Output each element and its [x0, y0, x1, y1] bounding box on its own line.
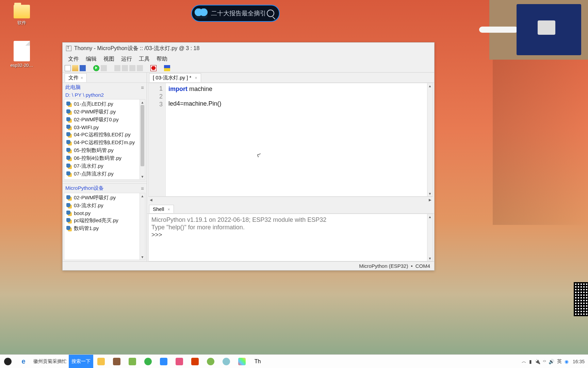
taskbar-office-icon[interactable] — [187, 355, 203, 368]
menu-help[interactable]: 帮助 — [153, 55, 171, 63]
toolbar-stop-icon[interactable] — [150, 65, 157, 71]
device-panel-title[interactable]: MicroPython设备 — [65, 185, 104, 191]
scroll-down-icon[interactable]: ▼ — [140, 254, 145, 260]
tray-battery-icon[interactable]: ▮ — [529, 359, 532, 364]
file-item[interactable]: boot.py — [64, 210, 145, 217]
toolbar-step-out-icon[interactable] — [129, 65, 135, 71]
scrollbar-vertical[interactable]: ▲ ▼ — [140, 193, 145, 260]
tray-volume-icon[interactable]: 🔊 — [549, 359, 554, 364]
taskbar-start-icon[interactable] — [0, 355, 16, 368]
taskbar-search-button[interactable]: 搜索一下 — [69, 355, 93, 368]
toolbar-debug-icon[interactable] — [101, 65, 107, 71]
taskbar-thonny-icon[interactable]: Th — [250, 355, 265, 368]
scrollbar-vertical[interactable]: ▲ ▼ — [427, 83, 432, 196]
editor-tab[interactable]: [ 03-流水灯.py ] * × — [149, 73, 201, 82]
tray-app-icon[interactable]: ◉ — [565, 359, 569, 364]
scrollbar-vertical[interactable]: ▲ ▼ — [140, 99, 145, 179]
taskbar-app-icon[interactable] — [109, 355, 125, 368]
menu-file[interactable]: 文件 — [65, 55, 82, 63]
file-item[interactable]: 05-控制数码管.py — [64, 147, 145, 154]
toolbar-new-icon[interactable] — [65, 65, 71, 71]
scroll-down-icon[interactable]: ▼ — [140, 174, 145, 179]
file-item[interactable]: 04-PC远程控制LED灯m.py — [64, 139, 145, 147]
esp32-board — [517, 4, 581, 55]
tray-wifi-icon[interactable]: ⌔ — [543, 359, 546, 364]
taskbar-app-icon[interactable] — [234, 355, 250, 368]
panel-menu-icon[interactable]: ≡ — [141, 185, 144, 191]
scrollbar-thumb[interactable] — [141, 105, 144, 166]
panel-menu-icon[interactable]: ≡ — [141, 85, 144, 90]
file-item[interactable]: 03-流水灯.py — [64, 202, 145, 210]
taskbar-app-icon[interactable] — [218, 355, 234, 368]
menu-tools[interactable]: 工具 — [135, 55, 153, 63]
shell-output[interactable]: MicroPython v1.19.1 on 2022-06-18; ESP32… — [148, 214, 433, 261]
taskbar-browser-icon[interactable] — [203, 355, 218, 368]
status-separator: • — [408, 263, 415, 269]
scroll-up-icon[interactable]: ▲ — [427, 214, 432, 219]
file-item[interactable]: 02-PWM呼吸灯.py — [64, 108, 145, 116]
close-icon[interactable]: × — [81, 76, 83, 80]
taskbar-ie-icon[interactable]: e — [16, 355, 31, 368]
toolbar-step-into-icon[interactable] — [122, 65, 128, 71]
qr-code-partial — [574, 282, 588, 316]
file-name: 02-PWM呼吸灯0.py — [74, 117, 119, 123]
code-content[interactable]: import machine led4=machine.Pin() — [166, 83, 432, 196]
panel-splitter[interactable] — [63, 181, 147, 184]
scroll-down-icon[interactable]: ▼ — [427, 191, 432, 196]
close-icon[interactable]: × — [168, 207, 170, 212]
file-item[interactable]: 01-点亮LED灯.py — [64, 100, 145, 108]
scroll-up-icon[interactable]: ▲ — [427, 83, 432, 89]
file-item[interactable]: 07-点阵流水灯.py — [64, 170, 145, 178]
tray-chevron-icon[interactable]: ︿ — [522, 358, 526, 365]
scroll-left-icon[interactable]: ◀ — [148, 197, 154, 202]
tray-power-icon[interactable]: 🔌 — [535, 359, 540, 364]
taskbar-news-text[interactable]: 徽州贡菊采摘忙 — [31, 358, 69, 365]
file-item[interactable]: 04-PC远程控制LED灯.py — [64, 131, 145, 139]
window-titlebar[interactable]: Thonny - MicroPython设备 :: /03-流水灯.py @ 3… — [63, 43, 434, 54]
scrollbar-horizontal[interactable]: ◀ ▶ — [148, 197, 433, 202]
shell-prompt: >>> — [151, 231, 162, 238]
status-port[interactable]: COM4 — [415, 263, 430, 269]
scrollbar-vertical[interactable]: ▲ ▼ — [427, 214, 432, 261]
desktop-icon-folder[interactable]: 软件 — [8, 5, 35, 26]
side-tab-files[interactable]: 文件× — [65, 73, 87, 82]
desktop-icon-textfile[interactable]: esp32-20… — [8, 41, 35, 68]
menu-edit[interactable]: 编辑 — [82, 55, 100, 63]
status-device[interactable]: MicroPython (ESP32) — [359, 263, 408, 269]
tray-clock[interactable]: 16:35 — [571, 359, 586, 364]
shell-tab[interactable]: Shell × — [149, 205, 174, 213]
file-item[interactable]: 02-PWM呼吸灯.py — [64, 194, 145, 202]
toolbar-save-icon[interactable] — [80, 65, 86, 71]
taskbar-app-icon[interactable] — [172, 355, 187, 368]
toolbar-run-icon[interactable] — [93, 65, 99, 71]
tray-ime-icon[interactable]: 英 — [557, 358, 562, 365]
file-item[interactable]: 02-PWM呼吸灯0.py — [64, 116, 145, 124]
desktop-search-widget[interactable]: 二十大报告最全摘引 — [191, 5, 280, 22]
close-icon[interactable]: × — [195, 76, 197, 80]
file-item[interactable]: 06-控制4位数码管.py — [64, 154, 145, 162]
toolbar-resume-icon[interactable] — [137, 65, 143, 71]
taskbar-app-icon[interactable] — [156, 355, 172, 368]
menu-run[interactable]: 运行 — [118, 55, 135, 63]
toolbar-open-icon[interactable] — [72, 65, 78, 71]
file-item[interactable]: pc端控制led亮灭.py — [64, 217, 145, 225]
toolbar — [63, 64, 434, 73]
scroll-down-icon[interactable]: ▼ — [427, 256, 432, 261]
local-panel-title[interactable]: 此电脑 — [65, 84, 81, 91]
file-item[interactable]: 07-流水灯.py — [64, 162, 145, 170]
taskbar-wechat-icon[interactable] — [140, 355, 156, 368]
scroll-up-icon[interactable]: ▲ — [140, 99, 145, 105]
scroll-right-icon[interactable]: ▶ — [427, 197, 433, 202]
local-panel-path[interactable]: D: \ PY \ python2 — [63, 92, 147, 99]
toolbar-step-over-icon[interactable] — [114, 65, 120, 71]
taskbar-explorer-icon[interactable] — [93, 355, 109, 368]
menu-view[interactable]: 视图 — [100, 55, 118, 63]
file-item[interactable]: 数码管1.py — [64, 225, 145, 232]
toolbar-flag-icon[interactable] — [164, 65, 170, 71]
file-name: 03-流水灯.py — [74, 202, 103, 209]
code-editor[interactable]: 1 2 3 import machine led4=machine.Pin() … — [148, 83, 433, 197]
taskbar-app-icon[interactable] — [125, 355, 140, 368]
scroll-up-icon[interactable]: ▲ — [140, 193, 145, 199]
file-item[interactable]: 03-WIFI.py — [64, 124, 145, 131]
desktop-icon-label: 软件 — [8, 20, 35, 26]
